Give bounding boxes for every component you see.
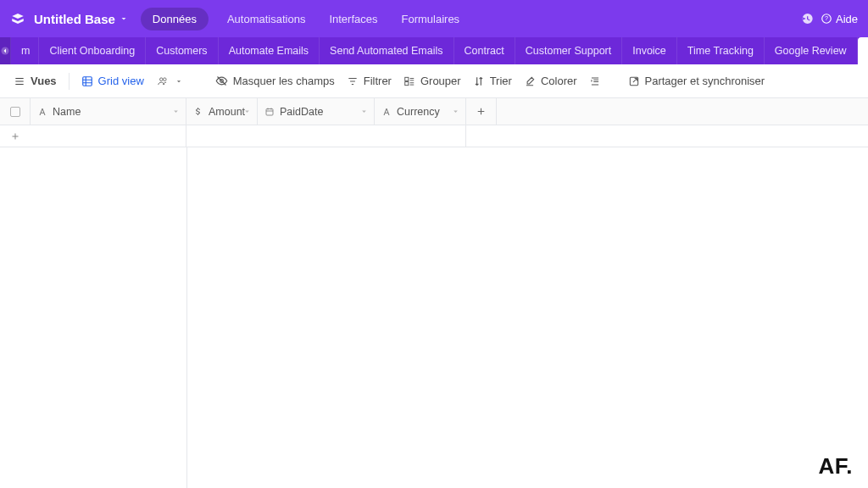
table-tab-fragment[interactable]: m xyxy=(11,37,39,64)
nav-automations[interactable]: Automatisations xyxy=(215,13,318,25)
share-sync-button[interactable]: Partager et synchroniser xyxy=(625,71,769,91)
column-paiddate[interactable]: PaidDate xyxy=(258,98,375,125)
add-record-row[interactable] xyxy=(0,125,868,147)
table-tab-send-automated-emails[interactable]: Send Automated Emails xyxy=(320,37,453,64)
share-sync-label: Partager et synchroniser xyxy=(645,75,765,87)
svg-rect-7 xyxy=(405,77,409,80)
group-label: Grouper xyxy=(420,75,461,87)
table-tab-invoice[interactable]: Invoice xyxy=(622,37,677,64)
svg-rect-3 xyxy=(82,76,92,86)
filter-label: Filtrer xyxy=(364,75,392,87)
nav-forms[interactable]: Formulaires xyxy=(390,13,472,25)
column-amount[interactable]: Amount xyxy=(186,98,258,125)
gridview-label: Grid view xyxy=(98,75,144,87)
date-field-icon xyxy=(264,107,275,117)
add-field-button[interactable] xyxy=(466,98,497,125)
view-collaborators[interactable] xyxy=(153,72,186,91)
view-toolbar: Vues Grid view Masquer les champs Filtre… xyxy=(0,64,868,98)
text-field-icon xyxy=(37,107,47,117)
hide-fields-button[interactable]: Masquer les champs xyxy=(212,71,338,91)
views-label: Vues xyxy=(31,75,57,87)
column-name-label: Name xyxy=(53,106,81,118)
watermark: AF. xyxy=(819,453,854,480)
hide-fields-label: Masquer les champs xyxy=(233,75,335,87)
app-header: Untitled Base Données Automatisations In… xyxy=(0,0,868,37)
help-button[interactable]: ? Aide xyxy=(821,13,858,25)
plus-icon xyxy=(0,131,31,141)
table-tab-contract[interactable]: Contract xyxy=(454,37,515,64)
column-divider xyxy=(186,147,187,488)
table-tab-time-tracking[interactable]: Time Tracking xyxy=(677,37,765,64)
svg-point-4 xyxy=(159,77,163,80)
chevron-down-icon[interactable] xyxy=(242,107,252,116)
color-button[interactable]: Colorer xyxy=(520,71,581,91)
chevron-down-icon[interactable] xyxy=(451,107,460,116)
currency-field-icon xyxy=(193,107,203,117)
history-icon[interactable] xyxy=(800,12,814,25)
table-tab-automate-emails[interactable]: Automate Emails xyxy=(219,37,320,64)
column-currency-label: Currency xyxy=(397,106,440,118)
table-tab-customer-support[interactable]: Customer Support xyxy=(515,37,622,64)
svg-point-5 xyxy=(163,77,166,80)
text-field-icon xyxy=(381,107,392,117)
help-label: Aide xyxy=(836,13,858,25)
gridview-button[interactable]: Grid view xyxy=(78,71,147,91)
column-name[interactable]: Name xyxy=(31,98,186,125)
base-title[interactable]: Untitled Base xyxy=(34,12,115,26)
views-toggle[interactable]: Vues xyxy=(10,71,60,91)
table-tab-expenses[interactable]: Expenses xyxy=(858,37,868,64)
tabs-scroll-left[interactable] xyxy=(0,37,11,64)
grid-canvas: AF. xyxy=(0,147,868,488)
column-amount-label: Amount xyxy=(209,106,245,118)
column-paiddate-label: PaidDate xyxy=(280,106,323,118)
filter-button[interactable]: Filtrer xyxy=(343,71,395,91)
table-tab-customers[interactable]: Customers xyxy=(146,37,218,64)
svg-rect-10 xyxy=(266,108,273,115)
color-label: Colorer xyxy=(541,75,577,87)
chevron-down-icon[interactable] xyxy=(359,107,369,116)
tables-tabbar: m Client Onboarding Customers Automate E… xyxy=(0,37,868,64)
group-button[interactable]: Grouper xyxy=(400,71,465,91)
grid-header: Name Amount PaidDate Currency xyxy=(0,98,868,125)
row-height-button[interactable] xyxy=(586,72,604,91)
chevron-down-icon[interactable] xyxy=(119,14,129,24)
svg-text:?: ? xyxy=(825,15,828,21)
sort-button[interactable]: Trier xyxy=(470,71,515,91)
nav-data[interactable]: Données xyxy=(141,8,209,30)
app-logo-icon[interactable] xyxy=(10,11,25,26)
table-tab-client-onboarding[interactable]: Client Onboarding xyxy=(39,37,146,64)
sort-label: Trier xyxy=(490,75,512,87)
table-tab-google-review[interactable]: Google Review xyxy=(765,37,858,64)
chevron-down-icon[interactable] xyxy=(171,107,181,116)
nav-interfaces[interactable]: Interfaces xyxy=(317,13,389,25)
column-currency[interactable]: Currency xyxy=(375,98,466,125)
select-all-checkbox[interactable] xyxy=(0,98,31,125)
svg-rect-8 xyxy=(405,81,409,85)
